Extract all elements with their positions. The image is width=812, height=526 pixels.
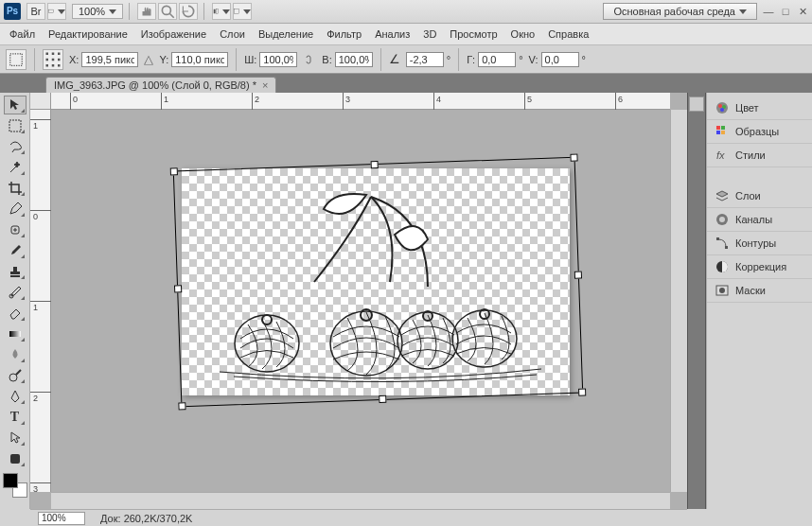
h-input[interactable] xyxy=(335,52,373,67)
scrollbar-vertical[interactable] xyxy=(670,110,687,492)
menu-edit[interactable]: Редактирование xyxy=(48,28,128,40)
angle-input[interactable] xyxy=(406,52,444,67)
color-swatches[interactable] xyxy=(3,473,27,498)
brush-tool[interactable] xyxy=(4,241,26,260)
close-tab-icon[interactable]: × xyxy=(262,79,268,91)
screen-mode-button[interactable] xyxy=(47,3,66,20)
handle-br[interactable] xyxy=(578,388,586,395)
history-brush-tool[interactable] xyxy=(4,283,26,302)
handle-bm[interactable] xyxy=(379,395,386,403)
panel-layers[interactable]: Слои xyxy=(707,184,812,208)
panel-masks[interactable]: Маски xyxy=(707,279,812,303)
gradient-tool[interactable] xyxy=(4,324,26,343)
marquee-tool[interactable] xyxy=(4,116,26,135)
y-field: Y: xyxy=(159,52,228,67)
panel-paths[interactable]: Контуры xyxy=(707,232,812,255)
type-tool[interactable]: T xyxy=(4,408,26,427)
rotate-view-button[interactable] xyxy=(179,3,198,20)
status-zoom-input[interactable] xyxy=(38,512,85,525)
menu-help[interactable]: Справка xyxy=(548,28,589,40)
handle-mr[interactable] xyxy=(574,271,582,278)
workspace-switcher[interactable]: Основная рабочая среда xyxy=(603,3,757,20)
foreground-color-swatch[interactable] xyxy=(3,473,18,488)
menu-image[interactable]: Изображение xyxy=(141,28,206,40)
angle-field: ° xyxy=(406,52,450,67)
w-input[interactable] xyxy=(259,52,297,67)
handle-ml[interactable] xyxy=(174,285,182,292)
svg-rect-16 xyxy=(9,120,21,132)
panel-color[interactable]: Цвет xyxy=(707,96,812,120)
move-tool[interactable] xyxy=(4,96,26,114)
zoom-tool-button[interactable] xyxy=(158,3,177,20)
menu-analysis[interactable]: Анализ xyxy=(375,28,410,40)
scrollbar-horizontal[interactable] xyxy=(51,492,670,509)
heal-tool[interactable] xyxy=(4,220,26,239)
free-transform-box[interactable] xyxy=(173,157,583,408)
menu-3d[interactable]: 3D xyxy=(423,28,436,40)
panel-swatches[interactable]: Образцы xyxy=(707,120,812,144)
menu-view[interactable]: Просмотр xyxy=(450,28,497,40)
screen-mode2-button[interactable] xyxy=(233,3,252,20)
y-input[interactable] xyxy=(171,52,228,67)
reference-point-icon[interactable] xyxy=(43,49,63,70)
triangle-icon: △ xyxy=(144,52,153,66)
shape-tool[interactable] xyxy=(4,449,26,468)
dodge-tool[interactable] xyxy=(4,366,26,385)
status-doc-size: Док: 260,2K/370,2K xyxy=(100,513,192,524)
x-input[interactable] xyxy=(81,52,138,67)
svg-rect-37 xyxy=(721,126,725,130)
svg-rect-12 xyxy=(58,58,61,61)
path-select-tool[interactable] xyxy=(4,429,26,447)
stamp-tool[interactable] xyxy=(4,262,26,281)
handle-tl[interactable] xyxy=(170,167,178,175)
svg-rect-36 xyxy=(716,126,720,130)
adjust-icon xyxy=(715,259,730,274)
ruler-vertical[interactable]: 10123 xyxy=(30,110,51,492)
menu-select[interactable]: Выделение xyxy=(258,28,313,40)
svg-rect-23 xyxy=(10,454,20,464)
eraser-tool[interactable] xyxy=(4,304,26,323)
panel-dock: Цвет Образцы fxСтили Слои Каналы Контуры… xyxy=(706,93,812,509)
svg-rect-7 xyxy=(46,52,49,55)
hand-tool-button[interactable] xyxy=(137,3,156,20)
panel-adjustments[interactable]: Коррекция xyxy=(707,255,812,279)
svg-rect-18 xyxy=(10,275,20,277)
zoom-level-dropdown[interactable]: 100% xyxy=(72,4,123,19)
transform-tool-icon[interactable] xyxy=(6,49,26,70)
svg-rect-14 xyxy=(52,64,55,67)
menu-window[interactable]: Окно xyxy=(511,28,536,40)
svg-point-34 xyxy=(722,105,726,109)
close-button[interactable]: ✕ xyxy=(797,6,808,17)
lasso-tool[interactable] xyxy=(4,137,26,156)
panel-channels[interactable]: Каналы xyxy=(707,208,812,232)
menu-file[interactable]: Файл xyxy=(9,28,35,40)
blur-tool[interactable] xyxy=(4,345,26,364)
panel-styles[interactable]: fxСтили xyxy=(707,144,812,167)
document-tab[interactable]: IMG_3963.JPG @ 100% (Слой 0, RGB/8) * × xyxy=(45,77,276,93)
wand-tool[interactable] xyxy=(4,158,26,177)
svg-rect-15 xyxy=(58,64,61,67)
svg-rect-17 xyxy=(11,226,19,234)
handle-bl[interactable] xyxy=(178,402,185,410)
dock-icon[interactable] xyxy=(689,96,704,112)
minimize-button[interactable]: — xyxy=(763,6,774,17)
link-wh-icon[interactable] xyxy=(303,53,316,66)
g-input[interactable] xyxy=(478,52,516,67)
collapsed-dock[interactable] xyxy=(687,93,706,509)
ruler-origin[interactable] xyxy=(30,93,51,110)
svg-point-21 xyxy=(9,374,17,381)
handle-tr[interactable] xyxy=(570,154,577,162)
arrange-docs-button[interactable] xyxy=(212,3,231,20)
eyedropper-tool[interactable] xyxy=(4,200,26,219)
ruler-horizontal[interactable]: 01234567 xyxy=(51,93,670,110)
v-field: V:° xyxy=(529,52,586,67)
menu-filter[interactable]: Фильтр xyxy=(327,28,362,40)
bridge-button[interactable]: Br xyxy=(26,3,45,20)
maximize-button[interactable]: □ xyxy=(780,6,791,17)
v-input[interactable] xyxy=(541,52,579,67)
pen-tool[interactable] xyxy=(4,387,26,406)
menu-layers[interactable]: Слои xyxy=(220,28,245,40)
handle-tm[interactable] xyxy=(370,161,378,168)
g-field: Г:° xyxy=(467,52,522,67)
crop-tool[interactable] xyxy=(4,179,26,198)
